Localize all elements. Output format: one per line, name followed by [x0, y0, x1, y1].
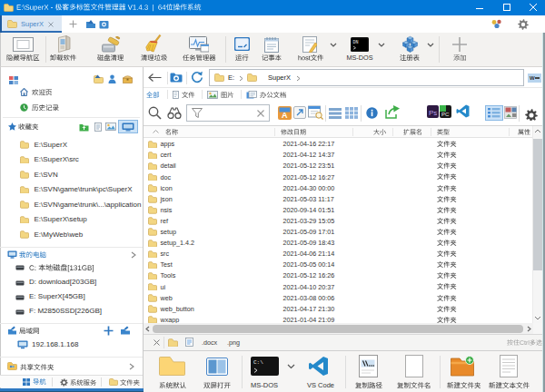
- svg-text:A: A: [282, 111, 288, 120]
- svg-text:C:\: C:\: [253, 359, 263, 366]
- svg-text:DN: DN: [353, 40, 359, 45]
- svg-text:PC: PC: [441, 112, 450, 117]
- svg-text:Ps: Ps: [429, 109, 437, 117]
